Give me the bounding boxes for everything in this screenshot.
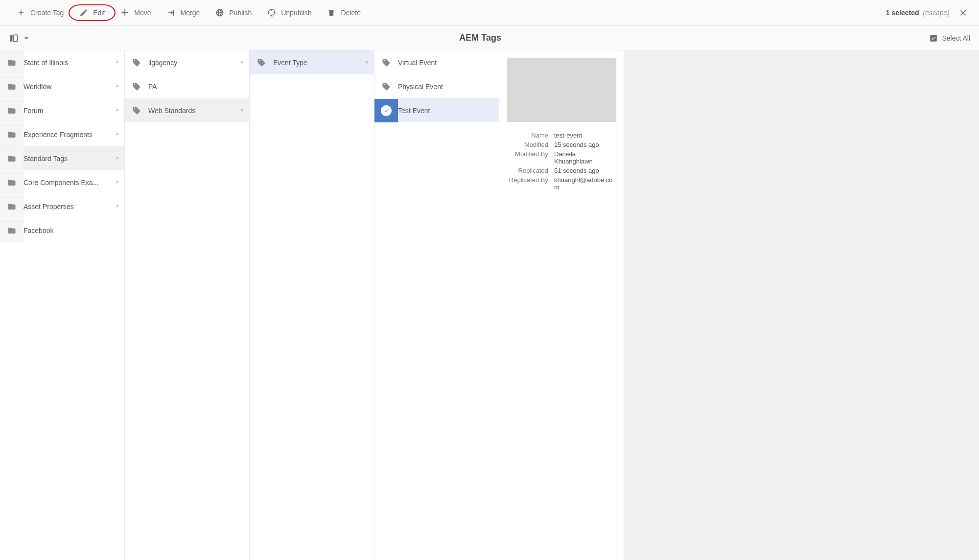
folder-icon[interactable] bbox=[0, 147, 23, 170]
prop-modified-key: Modified bbox=[507, 141, 548, 148]
column-item-label: Web Standards bbox=[148, 107, 235, 115]
chevron-right-icon bbox=[111, 83, 124, 91]
unpublish-label: Unpublish bbox=[281, 9, 311, 17]
column-item-label: Experience Fragments bbox=[23, 131, 111, 139]
select-all-icon bbox=[929, 34, 938, 43]
column-spacer bbox=[624, 50, 979, 560]
rail-toggle-button[interactable] bbox=[9, 33, 31, 43]
prop-replicated-by-value: khuanghl@adobe.com bbox=[554, 176, 616, 191]
column-2: ilgagencyPAWeb Standards bbox=[125, 50, 250, 560]
create-tag-label: Create Tag bbox=[30, 9, 64, 17]
prop-replicated-key: Replicated bbox=[507, 167, 548, 174]
folder-icon[interactable] bbox=[0, 99, 23, 122]
column-item-label: Core Components Exa... bbox=[23, 179, 111, 187]
action-toolbar: Create Tag Edit Move Merge Publish Unpub… bbox=[0, 0, 979, 26]
column-item[interactable]: Forum bbox=[0, 98, 124, 122]
close-icon bbox=[959, 8, 968, 17]
unpublish-button[interactable]: Unpublish bbox=[259, 4, 319, 22]
column-item-label: Event Type bbox=[273, 59, 360, 67]
column-item[interactable]: State of Illinois bbox=[0, 50, 124, 74]
column-item[interactable]: Facebook bbox=[0, 218, 124, 242]
prop-modified-by-value: Daniela Khuanghlawn bbox=[554, 150, 616, 165]
prop-replicated-value: 51 seconds ago bbox=[554, 167, 616, 174]
column-item[interactable]: Event Type bbox=[250, 50, 374, 74]
column-item-label: Workflow bbox=[23, 83, 111, 91]
folder-icon[interactable] bbox=[0, 171, 23, 194]
folder-icon[interactable] bbox=[0, 195, 23, 218]
annotation-highlight bbox=[69, 4, 116, 21]
column-item[interactable]: PA bbox=[125, 74, 249, 98]
trash-icon bbox=[327, 8, 336, 17]
column-item-label: PA bbox=[148, 83, 249, 91]
tag-icon[interactable] bbox=[125, 99, 148, 122]
column-item-label: Test Event bbox=[398, 107, 499, 115]
column-item[interactable]: Standard Tags bbox=[0, 146, 124, 170]
column-item[interactable]: Workflow bbox=[0, 74, 124, 98]
column-item[interactable]: ilgagency bbox=[125, 50, 249, 74]
chevron-right-icon bbox=[111, 131, 124, 139]
svg-rect-2 bbox=[13, 35, 17, 41]
page-title: AEM Tags bbox=[31, 33, 929, 43]
prop-modified-value: 15 seconds ago bbox=[554, 141, 616, 148]
column-item-label: Forum bbox=[23, 107, 111, 115]
detail-panel: Name test-event Modified 15 seconds ago … bbox=[499, 50, 624, 560]
tag-icon[interactable] bbox=[374, 75, 398, 98]
chevron-right-icon bbox=[360, 59, 374, 67]
publish-button[interactable]: Publish bbox=[208, 4, 259, 22]
column-1: State of IllinoisWorkflowForumExperience… bbox=[0, 50, 125, 560]
selection-escape-hint: (escape) bbox=[923, 9, 950, 17]
prop-replicated-by-key: Replicated By bbox=[507, 176, 548, 191]
column-item-label: Physical Event bbox=[398, 83, 499, 91]
merge-label: Merge bbox=[181, 9, 200, 17]
merge-button[interactable]: Merge bbox=[159, 4, 208, 22]
chevron-right-icon bbox=[111, 203, 124, 210]
column-item-label: State of Illinois bbox=[23, 59, 111, 67]
detail-properties: Name test-event Modified 15 seconds ago … bbox=[507, 132, 616, 191]
folder-icon[interactable] bbox=[0, 51, 23, 74]
delete-label: Delete bbox=[341, 9, 360, 17]
tag-icon[interactable] bbox=[250, 51, 273, 74]
edit-button[interactable]: Edit bbox=[71, 4, 113, 22]
edit-label: Edit bbox=[93, 9, 105, 17]
rail-icon bbox=[9, 33, 19, 43]
prop-modified-by-key: Modified By bbox=[507, 150, 548, 165]
globe-icon bbox=[215, 8, 224, 17]
column-item-label: Standard Tags bbox=[23, 155, 111, 163]
deselect-button[interactable] bbox=[956, 6, 970, 20]
create-tag-button[interactable]: Create Tag bbox=[9, 4, 71, 22]
column-item-label: Facebook bbox=[23, 227, 124, 234]
selection-count: 1 selected bbox=[886, 9, 919, 17]
sub-header: AEM Tags Select All bbox=[0, 26, 979, 50]
column-item[interactable]: Physical Event bbox=[374, 74, 499, 98]
folder-icon[interactable] bbox=[0, 219, 23, 242]
toolbar-right: 1 selected (escape) bbox=[886, 6, 970, 20]
folder-icon[interactable] bbox=[0, 75, 23, 98]
tag-icon[interactable] bbox=[125, 51, 148, 74]
column-item[interactable]: Asset Properties bbox=[0, 194, 124, 218]
selection-check-icon[interactable] bbox=[374, 99, 398, 122]
svg-rect-1 bbox=[10, 35, 13, 41]
column-item[interactable]: Core Components Exa... bbox=[0, 170, 124, 194]
publish-label: Publish bbox=[229, 9, 252, 17]
tag-icon[interactable] bbox=[374, 51, 398, 74]
delete-button[interactable]: Delete bbox=[319, 4, 368, 22]
column-4: Virtual EventPhysical EventTest Event bbox=[374, 50, 499, 560]
folder-icon[interactable] bbox=[0, 123, 23, 146]
merge-icon bbox=[167, 8, 176, 17]
move-button[interactable]: Move bbox=[113, 4, 159, 22]
column-browser: State of IllinoisWorkflowForumExperience… bbox=[0, 50, 979, 560]
chevron-right-icon bbox=[111, 179, 124, 187]
move-label: Move bbox=[134, 9, 151, 17]
chevron-right-icon bbox=[235, 59, 249, 67]
column-item-label: ilgagency bbox=[148, 59, 235, 67]
globe-off-icon bbox=[267, 8, 276, 17]
column-item-label: Virtual Event bbox=[398, 59, 499, 67]
column-item[interactable]: Experience Fragments bbox=[0, 122, 124, 146]
column-item[interactable]: Virtual Event bbox=[374, 50, 499, 74]
prop-name-key: Name bbox=[507, 132, 548, 139]
tag-icon[interactable] bbox=[125, 75, 148, 98]
column-item[interactable]: Web Standards bbox=[125, 98, 249, 122]
move-icon bbox=[120, 8, 129, 17]
select-all-button[interactable]: Select All bbox=[929, 34, 970, 43]
column-item[interactable]: Test Event bbox=[374, 98, 499, 122]
